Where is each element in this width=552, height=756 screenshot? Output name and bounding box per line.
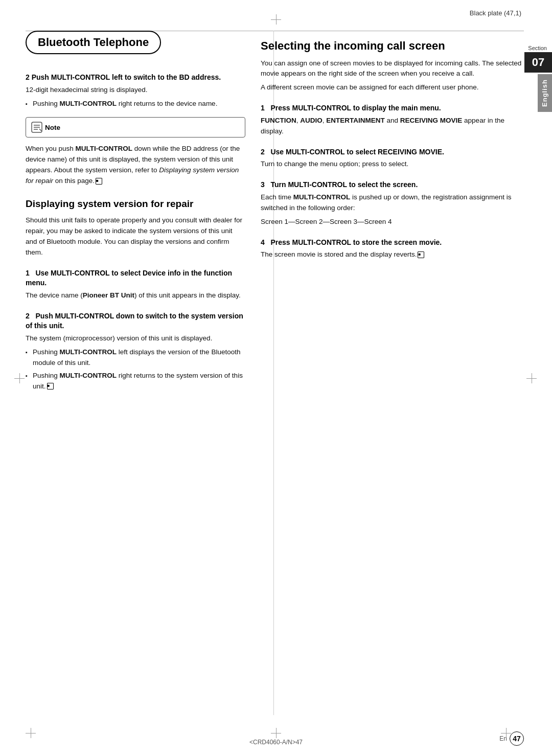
displaying-body: Should this unit fails to operate proper… — [26, 215, 245, 258]
note-icon: Note — [31, 122, 60, 133]
step3-turn-body1: Each time MULTI-CONTROL is pushed up or … — [261, 192, 524, 214]
step4-press-body: The screen movie is stored and the displ… — [261, 249, 524, 260]
section-number: 07 — [524, 52, 552, 73]
footer-lang: En — [499, 735, 507, 742]
step1-press-body: FUNCTION, AUDIO, ENTERTAINMENT and RECEI… — [261, 116, 524, 137]
incoming-heading: Selecting the incoming call screen — [261, 39, 524, 53]
catalog-number: <CRD4060-A/N>47 — [249, 739, 303, 746]
note-title: Note — [45, 124, 60, 131]
left-crosshair — [14, 373, 25, 383]
step2-use-heading: 2 Use MULTI-CONTROL to select RECEIVING … — [261, 147, 524, 157]
left-column: Bluetooth Telephone 2 Push MULTI-CONTROL… — [26, 31, 245, 715]
bottom-center-crosshair — [271, 728, 281, 738]
step1-device-body: The device name (Pioneer BT Unit) of thi… — [26, 290, 245, 301]
black-plate-label: Black plate (47,1) — [470, 9, 521, 17]
step3-turn-body2: Screen 1—Screen 2—Screen 3—Screen 4 — [261, 217, 524, 227]
step2-bd-heading: 2 Push MULTI-CONTROL left to switch to t… — [26, 73, 245, 83]
step3-turn-heading: 3 Turn MULTI-CONTROL to select the scree… — [261, 180, 524, 190]
footer-page-number: 47 — [510, 731, 524, 746]
step2-switch-bullet2: Pushing MULTI-CONTROL right returns to t… — [26, 371, 245, 392]
title-box: Bluetooth Telephone — [26, 31, 161, 54]
incoming-body2: A different screen movie can be assigned… — [261, 82, 524, 93]
section-badge: Section 07 — [524, 45, 552, 73]
right-crosshair — [526, 373, 537, 383]
step2-bd-bullet: Pushing MULTI-CONTROL right returns to t… — [26, 99, 245, 109]
content-area: Bluetooth Telephone 2 Push MULTI-CONTROL… — [26, 31, 524, 715]
right-column: Selecting the incoming call screen You c… — [261, 31, 524, 715]
section-label: Section — [528, 45, 547, 51]
top-center-crosshair — [271, 14, 281, 25]
step1-device-heading: 1 Use MULTI-CONTROL to select Device inf… — [26, 268, 245, 288]
step2-use-body: Turn to change the menu option; press to… — [261, 159, 524, 170]
bottom-left-crosshair — [26, 728, 36, 738]
note-svg-icon — [31, 122, 42, 133]
page: Black plate (47,1) Section 07 English Bl… — [0, 0, 552, 756]
step2-switch-body1: The system (microprocessor) version of t… — [26, 333, 245, 344]
step4-press-heading: 4 Press MULTI-CONTROL to store the scree… — [261, 238, 524, 248]
step1-press-heading: 1 Press MULTI-CONTROL to display the mai… — [261, 103, 524, 113]
step2-switch-heading: 2 Push MULTI-CONTROL down to switch to t… — [26, 311, 245, 331]
step2-switch-bullet1: Pushing MULTI-CONTROL left displays the … — [26, 347, 245, 369]
english-tab: English — [538, 74, 552, 112]
note-box: Note — [26, 117, 245, 138]
incoming-body1: You can assign one of screen movies to b… — [261, 58, 524, 80]
page-title: Bluetooth Telephone — [38, 36, 149, 49]
displaying-heading: Displaying system version for repair — [26, 198, 245, 210]
step2-bd-body1: 12-digit hexadecimal string is displayed… — [26, 85, 245, 96]
footer-page: En 47 — [499, 731, 524, 746]
note-body: When you push MULTI-CONTROL down while t… — [26, 144, 245, 187]
